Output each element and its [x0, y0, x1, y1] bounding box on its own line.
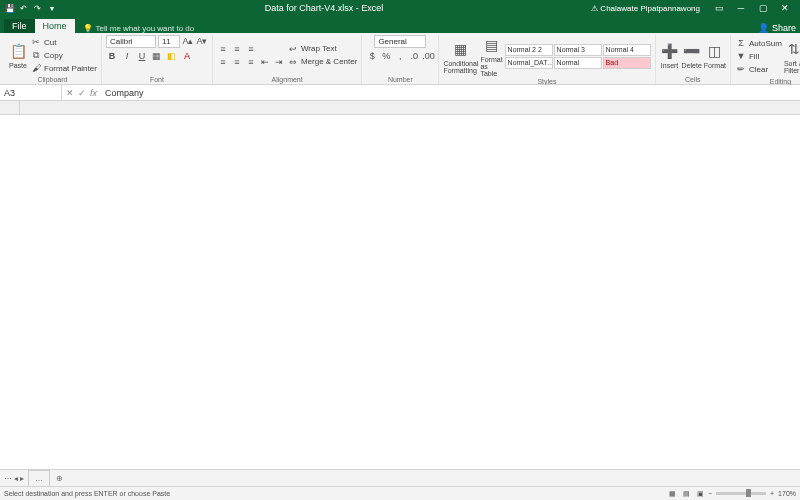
formula-bar-row: A3 ✕ ✓ fx Company	[0, 85, 800, 101]
sheet-tab-more[interactable]: …	[28, 470, 50, 486]
formula-bar[interactable]: Company	[101, 88, 800, 98]
share-button[interactable]: 👤 Share	[758, 23, 796, 33]
align-middle-icon[interactable]: ≡	[231, 43, 243, 55]
user-name[interactable]: ⚠ Chalawate Pipatpannawong	[591, 4, 700, 13]
tab-file[interactable]: File	[4, 19, 35, 33]
tab-home[interactable]: Home	[35, 19, 75, 33]
indent-inc-icon[interactable]: ⇥	[273, 56, 285, 68]
grid-rows	[0, 115, 800, 469]
bulb-icon: 💡	[83, 24, 93, 33]
autosum-button[interactable]: ΣAutoSum	[735, 37, 782, 49]
redo-icon[interactable]: ↷	[32, 3, 43, 14]
align-center-icon[interactable]: ≡	[231, 56, 243, 68]
insert-cells-button[interactable]: ➕Insert	[660, 41, 680, 69]
number-format-select[interactable]: General	[374, 35, 426, 48]
comma-icon[interactable]: ,	[394, 50, 406, 62]
style-normal3[interactable]: Normal 3	[554, 44, 602, 56]
ribbon-options-icon[interactable]: ▭	[708, 3, 730, 13]
italic-button[interactable]: I	[121, 50, 133, 62]
worksheet-grid	[0, 101, 800, 469]
merge-center-button[interactable]: ⇔Merge & Center	[287, 56, 357, 68]
style-bad[interactable]: Bad	[603, 57, 651, 69]
cancel-formula-icon[interactable]: ✕	[66, 88, 74, 98]
sheet-nav-prev-icon[interactable]: ◂	[14, 474, 18, 483]
sheet-nav-menu-icon[interactable]: ⋯	[4, 474, 12, 483]
align-bottom-icon[interactable]: ≡	[245, 43, 257, 55]
align-left-icon[interactable]: ≡	[217, 56, 229, 68]
sheet-tab-bar: ⋯ ◂ ▸ … ⊕	[0, 469, 800, 486]
align-right-icon[interactable]: ≡	[245, 56, 257, 68]
inc-decimal-icon[interactable]: .0	[408, 50, 420, 62]
ribbon-group-font: Calibri 11 A▴ A▾ B I U ▦ ◧ A Font	[102, 35, 213, 84]
wrap-text-button[interactable]: ↩Wrap Text	[287, 43, 357, 55]
border-button[interactable]: ▦	[151, 50, 163, 62]
group-label: Font	[106, 75, 208, 84]
qat-more-icon[interactable]: ▾	[46, 3, 57, 14]
underline-button[interactable]: U	[136, 50, 148, 62]
ribbon: 📋Paste ✂Cut ⧉Copy 🖌Format Painter Clipbo…	[0, 33, 800, 85]
cut-button[interactable]: ✂Cut	[30, 36, 97, 48]
delete-icon: ➖	[682, 41, 702, 61]
ribbon-group-alignment: ≡≡≡ ≡≡≡⇤⇥ ↩Wrap Text ⇔Merge & Center Ali…	[213, 35, 362, 84]
dec-decimal-icon[interactable]: .00	[422, 50, 434, 62]
style-normal[interactable]: Normal	[554, 57, 602, 69]
save-icon[interactable]: 💾	[4, 3, 15, 14]
fx-icon[interactable]: fx	[90, 88, 97, 98]
status-message: Select destination and press ENTER or ch…	[4, 490, 170, 497]
zoom-in-icon[interactable]: +	[770, 490, 774, 497]
paste-button[interactable]: 📋Paste	[8, 41, 28, 69]
format-cells-button[interactable]: ◫Format	[704, 41, 726, 69]
minimize-button[interactable]: ─	[730, 3, 752, 13]
new-sheet-button[interactable]: ⊕	[50, 470, 69, 486]
enter-formula-icon[interactable]: ✓	[78, 88, 86, 98]
currency-icon[interactable]: $	[366, 50, 378, 62]
conditional-formatting-button[interactable]: ▦Conditional Formatting	[443, 39, 478, 74]
sigma-icon: Σ	[735, 37, 747, 49]
ribbon-group-styles: ▦Conditional Formatting ▤Format as Table…	[439, 35, 655, 84]
font-name-select[interactable]: Calibri	[106, 35, 156, 48]
ribbon-group-editing: ΣAutoSum ▼Fill ✏Clear ⇅Sort & Filter 🔍Fi…	[731, 35, 800, 84]
sort-filter-button[interactable]: ⇅Sort & Filter	[784, 39, 800, 74]
align-top-icon[interactable]: ≡	[217, 43, 229, 55]
undo-icon[interactable]: ↶	[18, 3, 29, 14]
insert-icon: ➕	[660, 41, 680, 61]
group-label: Number	[366, 75, 434, 84]
select-all-corner[interactable]	[0, 101, 20, 114]
shrink-font-icon[interactable]: A▾	[196, 35, 208, 47]
name-box[interactable]: A3	[0, 85, 62, 100]
format-painter-button[interactable]: 🖌Format Painter	[30, 62, 97, 74]
eraser-icon: ✏	[735, 63, 747, 75]
fill-color-button[interactable]: ◧	[166, 50, 178, 62]
bold-button[interactable]: B	[106, 50, 118, 62]
view-break-icon[interactable]: ▣	[694, 490, 708, 498]
percent-icon[interactable]: %	[380, 50, 392, 62]
titlebar: 💾 ↶ ↷ ▾ Data for Chart-V4.xlsx - Excel ⚠…	[0, 0, 800, 16]
ribbon-group-number: General $ % , .0 .00 Number	[362, 35, 439, 84]
font-size-select[interactable]: 11	[158, 35, 180, 48]
brush-icon: 🖌	[30, 62, 42, 74]
copy-button[interactable]: ⧉Copy	[30, 49, 97, 61]
style-normal4[interactable]: Normal 4	[603, 44, 651, 56]
style-normaldat[interactable]: Normal_DAT…	[505, 57, 553, 69]
format-as-table-button[interactable]: ▤Format as Table	[480, 35, 502, 77]
tell-me[interactable]: 💡Tell me what you want to do	[83, 24, 195, 33]
view-layout-icon[interactable]: ▤	[680, 490, 694, 498]
style-normal22[interactable]: Normal 2 2	[505, 44, 553, 56]
zoom-slider[interactable]	[716, 492, 766, 495]
ribbon-group-cells: ➕Insert ➖Delete ◫Format Cells	[656, 35, 731, 84]
maximize-button[interactable]: ▢	[752, 3, 774, 13]
sheet-nav-next-icon[interactable]: ▸	[20, 474, 24, 483]
font-color-button[interactable]: A	[181, 50, 193, 62]
grow-font-icon[interactable]: A▴	[182, 35, 194, 47]
delete-cells-button[interactable]: ➖Delete	[682, 41, 702, 69]
table-icon: ▤	[481, 35, 501, 55]
zoom-out-icon[interactable]: −	[708, 490, 712, 497]
clear-button[interactable]: ✏Clear	[735, 63, 782, 75]
zoom-level[interactable]: 170%	[778, 490, 796, 497]
close-button[interactable]: ✕	[774, 3, 796, 13]
view-normal-icon[interactable]: ▦	[666, 490, 680, 498]
paste-icon: 📋	[8, 41, 28, 61]
fill-button[interactable]: ▼Fill	[735, 50, 782, 62]
fill-icon: ▼	[735, 50, 747, 62]
indent-dec-icon[interactable]: ⇤	[259, 56, 271, 68]
